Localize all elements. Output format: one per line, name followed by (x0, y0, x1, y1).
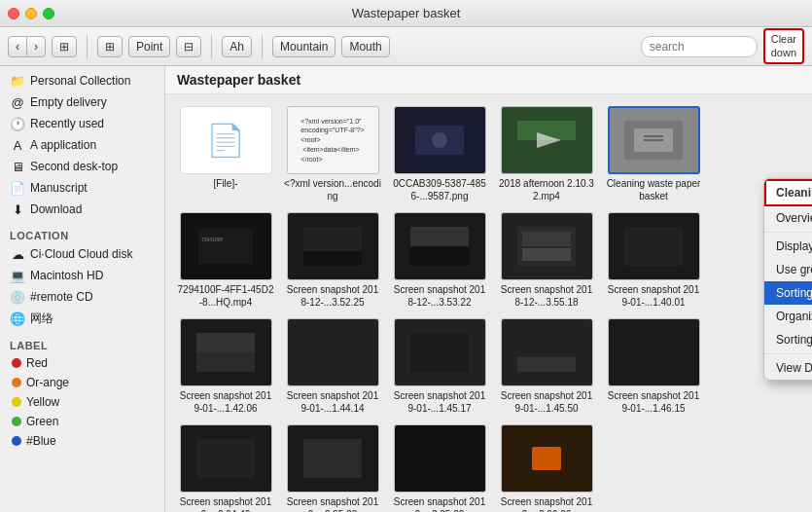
view-icon-button[interactable]: ⊞ (52, 36, 77, 57)
grid-button[interactable]: ⊞ (97, 36, 123, 57)
context-menu-view-display[interactable]: View Display options (764, 356, 812, 380)
forward-button[interactable]: › (26, 36, 46, 57)
remote-cd-label: #remote CD (30, 290, 93, 304)
sidebar-item-orange[interactable]: Or-ange (0, 373, 164, 392)
text-button[interactable]: Ah (222, 36, 252, 57)
back-button[interactable]: ‹ (8, 36, 26, 57)
nav-buttons: ‹ › (8, 36, 46, 57)
point-button[interactable]: Point (128, 36, 170, 57)
list-item[interactable]: Screen snapshot 2019-...2.06.06 (498, 424, 595, 512)
separator2 (211, 35, 212, 58)
svg-point-2 (432, 132, 447, 148)
maximize-button[interactable] (43, 8, 54, 19)
file-label: Screen snapshot 2019-...2.06.06 (498, 495, 595, 512)
a-application-label: A application (30, 138, 96, 152)
svg-rect-29 (303, 439, 362, 478)
list-item[interactable]: Screen snapshot 2019-01-...1.44.14 (284, 318, 381, 415)
list-item[interactable]: 2018 afternoon 2.10.32.mp4 (498, 106, 595, 202)
file-label: Screen snapshot 2019-...2.04.40 (177, 495, 274, 512)
sidebar-item-green[interactable]: Green (0, 412, 164, 431)
file-label: Screen snapshot 2019-...2.05.32 (391, 495, 488, 512)
file-label: Screen snapshot 2019-01-...1.45.17 (391, 389, 488, 415)
sidebar-item-empty-delivery[interactable]: @ Empty delivery (0, 91, 164, 113)
file-thumbnail (501, 318, 593, 386)
svg-rect-32 (532, 447, 561, 470)
search-input[interactable] (641, 36, 758, 57)
file-label: Screen snapshot 2019-01-...1.40.01 (605, 283, 702, 309)
list-item[interactable]: Screen snapshot 2019-...2.05.02 (284, 424, 381, 512)
sidebar-item-recently-used[interactable]: 🕐 Recently used (0, 113, 164, 134)
svg-rect-28 (196, 439, 255, 478)
list-item[interactable]: Screen snapshot 2019-01-...1.42.06 (177, 318, 274, 415)
sidebar-item-remote-cd[interactable]: 💿 #remote CD (0, 286, 164, 308)
titlebar: Wastepaper basket (0, 0, 812, 27)
orange-label: Or-ange (26, 376, 69, 389)
blue-label: #Blue (26, 434, 56, 448)
sidebar-item-personal-collection[interactable]: 📁 Personal Collection (0, 70, 164, 91)
list-item[interactable]: Screen snapshot 2019-01-...1.46.15 (605, 318, 702, 415)
mountain-button[interactable]: Mountain (272, 36, 335, 57)
list-item[interactable]: Screen snapshot 2019-...2.05.32 (391, 424, 488, 512)
icloud-label: Ci·Cloud Cloud disk (30, 247, 132, 261)
list-item[interactable]: <?xml version="1.0"encoding="UTF-8"?><ro… (284, 106, 381, 202)
file-grid: 📄 [File]- <?xml version="1.0"encoding="U… (165, 94, 812, 512)
yellow-dot (12, 397, 21, 407)
clock-icon: 🕐 (10, 116, 25, 131)
list-item[interactable]: Screen snapshot 2019-01-...1.45.50 (498, 318, 595, 415)
svg-rect-16 (410, 246, 469, 266)
context-menu-sorting-method-1[interactable]: Sorting method ▶ (764, 281, 812, 305)
svg-rect-30 (410, 439, 469, 478)
grid2-button[interactable]: ⊟ (176, 36, 201, 57)
list-item[interactable]: Cleaning waste paper basket (605, 106, 702, 202)
context-menu-organize[interactable]: Organize (764, 305, 812, 328)
list-item[interactable]: 7294100F 7294100F-4FF1-45D2-8...HQ.mp4 (177, 212, 274, 309)
list-item[interactable]: 📄 [File]- (177, 106, 274, 202)
context-menu-overview[interactable]: Overview (764, 206, 812, 230)
separator3 (262, 35, 263, 58)
separator (87, 35, 88, 58)
list-item[interactable]: Screen snapshot 2019-01-...1.45.17 (391, 318, 488, 415)
file-thumbnail (287, 212, 379, 280)
sidebar-item-yellow[interactable]: Yellow (0, 392, 164, 412)
file-thumbnail (501, 424, 593, 493)
context-menu: Cleaning waste paper basket Overview Dis… (763, 178, 812, 381)
sidebar-item-red[interactable]: Red (0, 353, 164, 373)
file-thumbnail (287, 424, 379, 493)
close-button[interactable] (8, 8, 19, 19)
sidebar-item-download[interactable]: ⬇ Download (0, 199, 164, 220)
sidebar-item-manuscript[interactable]: 📄 Manuscript (0, 177, 164, 199)
label-header: Label (0, 336, 164, 353)
context-menu-sorting-method-2[interactable]: Sorting method ▶ (764, 328, 812, 351)
desktop-icon: 🖥 (10, 159, 25, 174)
context-menu-use-groups[interactable]: Use groups (764, 258, 812, 281)
list-item[interactable]: Screen snapshot 2019-01-...1.40.01 (605, 212, 702, 309)
file-thumbnail: <?xml version="1.0"encoding="UTF-8"?><ro… (287, 106, 379, 174)
red-dot (12, 358, 21, 368)
svg-rect-22 (196, 333, 255, 352)
context-menu-display[interactable]: Display ▶ (764, 235, 812, 258)
list-item[interactable]: 0CCAB309-5387-4856-...9587.png (391, 106, 488, 202)
list-item[interactable]: Screen snapshot 2018-12-...3.52.25 (284, 212, 381, 309)
context-menu-title: Cleaning waste paper basket (764, 179, 812, 206)
file-label: Screen snapshot 2018-12-...3.55.18 (498, 283, 595, 309)
sidebar-item-a-application[interactable]: A A application (0, 134, 164, 156)
clear-button[interactable]: Cleardown (763, 28, 804, 63)
list-item[interactable]: Screen snapshot 2019-...2.04.40 (177, 424, 274, 512)
window-title: Wastepaper basket (352, 6, 461, 20)
sidebar-item-blue[interactable]: #Blue (0, 431, 164, 451)
minimize-button[interactable] (25, 8, 37, 19)
sidebar-item-icloud[interactable]: ☁ Ci·Cloud Cloud disk (0, 243, 164, 265)
file-label: 0CCAB309-5387-4856-...9587.png (391, 177, 488, 202)
sidebar-item-macintosh[interactable]: 💻 Macintosh HD (0, 265, 164, 286)
list-item[interactable]: Screen snapshot 2018-12-...3.53.22 (391, 212, 488, 309)
list-item[interactable]: Screen snapshot 2018-12-...3.55.18 (498, 212, 595, 309)
manuscript-label: Manuscript (30, 181, 88, 195)
mouth-button[interactable]: Mouth (341, 36, 389, 57)
svg-rect-19 (522, 248, 571, 261)
file-label: 7294100F-4FF1-45D2-8...HQ.mp4 (177, 283, 274, 309)
file-thumbnail (608, 318, 700, 386)
doc-icon: 📄 (10, 180, 25, 196)
location-header: Location (0, 226, 164, 243)
sidebar-item-second-desktop[interactable]: 🖥 Second desk-top (0, 156, 164, 177)
sidebar-item-network[interactable]: 🌐 网络 (0, 308, 164, 330)
